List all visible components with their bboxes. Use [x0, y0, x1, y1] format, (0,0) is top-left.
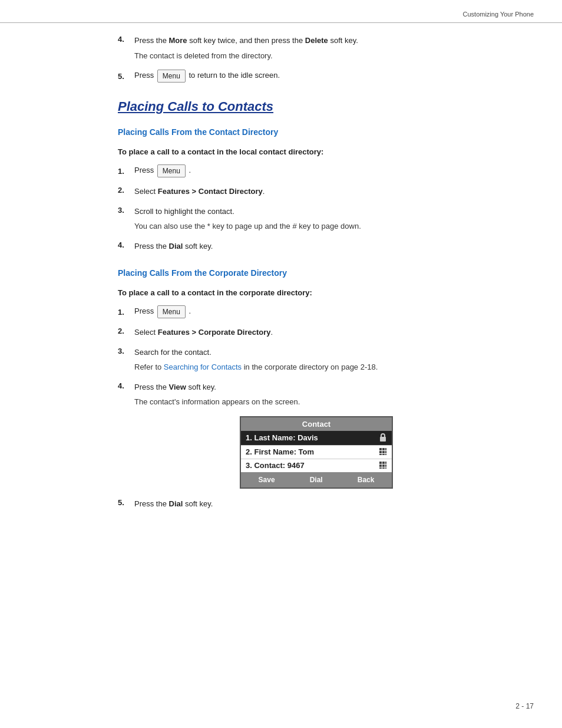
searching-contacts-link[interactable]: Searching for Contacts	[164, 363, 242, 371]
svg-rect-17	[382, 467, 385, 469]
step-text: Select Features > Corporate Directory.	[134, 327, 273, 338]
step-num: 4.	[118, 381, 134, 390]
step-num: 2.	[118, 186, 134, 195]
svg-rect-10	[379, 462, 382, 464]
back-button[interactable]: Back	[351, 475, 382, 485]
page-number: 2 - 17	[515, 702, 534, 710]
step-text: Press Menu .	[134, 164, 191, 177]
step-num: 4.	[118, 35, 134, 44]
svg-rect-8	[382, 454, 385, 455]
steps-block: 1. Press Menu . 2. Select Features > Con…	[118, 164, 515, 252]
page-header: Customizing Your Phone	[0, 0, 562, 23]
corp-step-5: 5. Press the Dial soft key.	[118, 498, 515, 510]
step-text: Press the More soft key twice, and then …	[134, 35, 358, 47]
svg-rect-7	[379, 454, 382, 455]
subsection-corporate-directory: Placing Calls From the Corporate Directo…	[118, 268, 515, 509]
intro-step-4: 4. Press the More soft key twice, and th…	[118, 35, 515, 61]
step-4: 4. Press the Dial soft key.	[118, 241, 515, 252]
step-num: 5.	[118, 72, 134, 81]
step-sub: You can also use the * key to page up an…	[134, 220, 515, 232]
svg-rect-13	[379, 465, 382, 467]
instruction-heading: To place a call to a contact in the loca…	[118, 147, 515, 156]
steps-block-corporate: 1. Press Menu . 2. Select Features > Cor…	[118, 305, 515, 408]
grid2-icon	[379, 461, 387, 470]
svg-rect-3	[385, 448, 386, 450]
contact-screen-header: Contact	[241, 417, 392, 431]
menu-key: Menu	[157, 305, 186, 318]
grid-icon	[379, 447, 387, 457]
step-num: 5.	[118, 498, 134, 507]
instruction-heading-corporate: To place a call to a contact in the corp…	[118, 288, 515, 297]
subsection-contact-directory: Placing Calls From the Contact Directory…	[118, 127, 515, 252]
contact-lastname-text: 1. Last Name: Davis	[246, 433, 318, 442]
dial-button[interactable]: Dial	[303, 475, 330, 485]
page-content: 4. Press the More soft key twice, and th…	[0, 23, 562, 549]
step-num: 3.	[118, 206, 134, 215]
contact-firstname-text: 2. First Name: Tom	[246, 447, 314, 456]
svg-rect-4	[379, 451, 382, 453]
step-sub: The contact's information appears on the…	[134, 396, 515, 408]
step-text: Press Menu to return to the idle screen.	[134, 70, 280, 83]
section-title: Placing Calls to Contacts	[118, 99, 515, 114]
svg-rect-5	[382, 451, 385, 453]
subsection-title: Placing Calls From the Contact Directory	[118, 127, 515, 137]
step-text: Press the Dial soft key.	[134, 498, 213, 510]
svg-rect-16	[379, 467, 382, 469]
svg-rect-1	[379, 448, 382, 450]
contact-row-number: 3. Contact: 9467	[241, 459, 392, 472]
menu-key: Menu	[157, 70, 186, 83]
step-text: Scroll to highlight the contact.	[134, 206, 234, 218]
contact-screen: Contact 1. Last Name: Davis 2. First Nam…	[240, 416, 393, 489]
corp-step-1: 1. Press Menu .	[118, 305, 515, 318]
step-num: 1.	[118, 167, 134, 176]
svg-rect-14	[382, 465, 385, 467]
svg-rect-9	[385, 454, 386, 455]
lock-icon	[379, 433, 387, 443]
step-num: 3.	[118, 347, 134, 355]
contact-row-lastname: 1. Last Name: Davis	[241, 431, 392, 446]
step-sub: Refer to Searching for Contacts in the c…	[134, 361, 515, 373]
contact-row-firstname: 2. First Name: Tom	[241, 446, 392, 459]
step-text: Press Menu .	[134, 305, 191, 318]
corp-step-3: 3. Search for the contact. Refer to Sear…	[118, 347, 515, 373]
save-button[interactable]: Save	[252, 475, 282, 485]
step-num: 1.	[118, 308, 134, 317]
corp-step-2: 2. Select Features > Corporate Directory…	[118, 327, 515, 338]
menu-key: Menu	[157, 164, 186, 177]
step-3: 3. Scroll to highlight the contact. You …	[118, 206, 515, 232]
corp-step-4: 4. Press the View soft key. The contact'…	[118, 381, 515, 408]
contact-screen-footer: Save Dial Back	[241, 472, 392, 487]
step-text: Press the View soft key.	[134, 381, 216, 393]
intro-step-5: 5. Press Menu to return to the idle scre…	[118, 70, 515, 83]
step-text: Press the Dial soft key.	[134, 241, 213, 252]
svg-rect-18	[385, 467, 386, 469]
subsection-title-corporate: Placing Calls From the Corporate Directo…	[118, 268, 515, 278]
header-title: Customizing Your Phone	[463, 11, 534, 18]
step-num: 4.	[118, 241, 134, 249]
step-text: Search for the contact.	[134, 347, 211, 358]
contact-number-text: 3. Contact: 9467	[246, 461, 305, 470]
step-sub: The contact is deleted from the director…	[134, 50, 515, 62]
step-2: 2. Select Features > Contact Directory.	[118, 186, 515, 197]
svg-rect-12	[385, 462, 386, 464]
step-1: 1. Press Menu .	[118, 164, 515, 177]
svg-rect-2	[382, 448, 385, 450]
step-num: 2.	[118, 327, 134, 335]
svg-rect-15	[385, 465, 386, 467]
svg-rect-0	[380, 437, 386, 442]
svg-rect-11	[382, 462, 385, 464]
svg-rect-6	[385, 451, 386, 453]
step-text: Select Features > Contact Directory.	[134, 186, 265, 197]
